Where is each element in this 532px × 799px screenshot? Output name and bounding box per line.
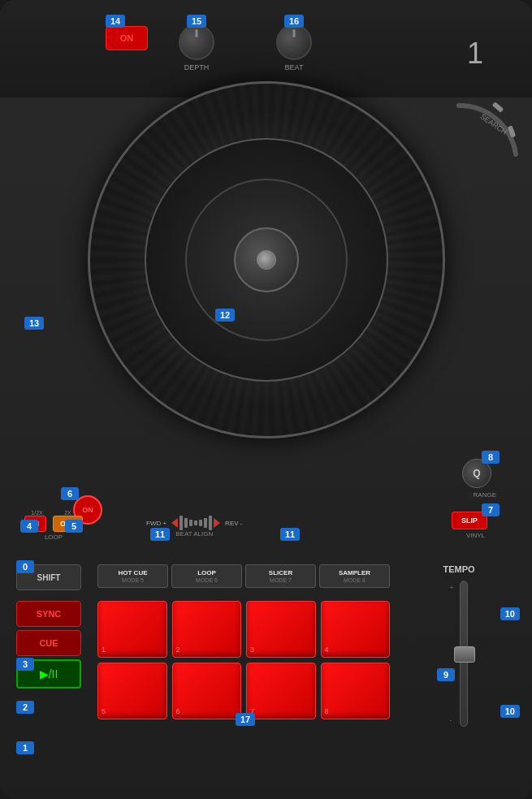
loop-controls: 1/2X IN 2X OUT LOOP <box>24 510 83 541</box>
play-button[interactable]: ▶/II <box>16 659 81 689</box>
slicer-label: SLICER <box>249 569 312 577</box>
jog-outer-ring[interactable] <box>88 81 445 438</box>
beat-align-bars <box>171 516 220 530</box>
loop-out-label: OUT <box>60 520 76 528</box>
pad-7-number: 7 <box>250 707 254 715</box>
beat-align-left-arrow[interactable] <box>171 518 178 528</box>
play-label: ▶/II <box>40 667 58 680</box>
depth-knob[interactable] <box>179 24 214 60</box>
fx-on-label: ON <box>120 33 134 43</box>
slip-label: SLIP <box>461 516 478 525</box>
loop-mode-label: LOOP <box>175 569 238 577</box>
pad-3[interactable]: 3 <box>246 601 316 658</box>
sampler-label: SAMPLER <box>323 569 386 577</box>
jog-inner-ring <box>185 179 348 341</box>
channel-number: 1 <box>467 37 483 71</box>
on-loop-label: ON <box>82 506 93 514</box>
pad-3-number: 3 <box>250 646 254 654</box>
hot-cue-sub: MODE 5 <box>102 577 164 583</box>
loop-out-half: 2X OUT <box>53 510 83 532</box>
tempo-minus-mark: - <box>450 716 454 723</box>
loop-label: LOOP <box>24 533 83 541</box>
badge-6: 6 <box>61 487 79 500</box>
loop-mode-button[interactable]: LOOP MODE 6 <box>171 564 242 588</box>
sync-label: SYNC <box>37 609 62 619</box>
tempo-section: TEMPO + - <box>402 564 516 727</box>
jog-center-dot <box>257 250 276 270</box>
beat-knob-container: BEAT <box>276 24 312 71</box>
depth-knob-label: DEPTH <box>184 63 210 71</box>
tempo-marks: + - <box>450 581 454 727</box>
q-range-button[interactable]: Q <box>462 459 491 488</box>
tempo-label: TEMPO <box>402 564 516 574</box>
pad-8-number: 8 <box>325 707 329 715</box>
pad-2-number: 2 <box>176 646 180 654</box>
cue-button[interactable]: CUE <box>16 630 81 656</box>
pad-5-number: 5 <box>102 707 106 715</box>
range-label: RANGE <box>474 491 496 499</box>
loop-in-label: IN <box>32 520 39 528</box>
pad-1[interactable]: 1 <box>97 601 167 658</box>
loop-double-label: 2X <box>64 510 71 516</box>
tempo-slider-thumb[interactable] <box>454 646 475 663</box>
pad-8[interactable]: 8 <box>321 663 391 719</box>
pad-2[interactable]: 2 <box>172 601 242 658</box>
loop-in-button[interactable]: IN <box>24 516 46 532</box>
pad-7[interactable]: 7 <box>246 663 316 719</box>
tempo-slider-track[interactable] <box>460 581 468 727</box>
tempo-plus-mark: + <box>450 584 454 591</box>
svg-rect-1 <box>492 101 504 113</box>
shift-button[interactable]: SHIFT <box>16 564 81 590</box>
beat-align-right-arrow[interactable] <box>214 518 220 528</box>
fwd-label: FWD + <box>146 520 167 527</box>
loop-half-label: 1/2X <box>31 510 42 516</box>
jog-middle <box>145 138 388 382</box>
sampler-mode-button[interactable]: SAMPLER MODE 8 <box>319 564 390 588</box>
tempo-slider-container: + - <box>402 581 516 727</box>
transport-section: SYNC CUE ▶/II <box>16 601 81 689</box>
jog-section <box>88 81 445 438</box>
slicer-sub: MODE 7 <box>249 577 312 583</box>
loop-in-half: 1/2X IN <box>24 510 50 532</box>
shift-label: SHIFT <box>37 573 61 582</box>
loop-out-button[interactable]: OUT <box>53 516 83 532</box>
jog-center[interactable] <box>234 227 299 292</box>
slicer-mode-button[interactable]: SLICER MODE 7 <box>245 564 316 588</box>
pad-6-number: 6 <box>176 707 180 715</box>
beat-knob[interactable] <box>276 24 312 60</box>
pad-1-number: 1 <box>102 646 106 654</box>
badge-11-right: 11 <box>280 528 300 541</box>
depth-knob-container: DEPTH <box>179 24 214 71</box>
sync-button[interactable]: SYNC <box>16 601 81 627</box>
fx-label: FX <box>114 15 124 24</box>
sampler-sub: MODE 8 <box>323 577 386 583</box>
dj-controller: FX ON DEPTH BEAT 1 SEARCH <box>0 0 532 799</box>
beat-align-label: BEAT ALIGN <box>146 530 242 538</box>
pad-grid: 1 2 3 4 5 6 7 8 <box>97 601 390 719</box>
pad-4[interactable]: 4 <box>321 601 391 658</box>
pad-4-number: 4 <box>325 646 329 654</box>
hot-cue-mode-button[interactable]: HOT CUE MODE 5 <box>97 564 168 588</box>
mode-buttons-row: HOT CUE MODE 5 LOOP MODE 6 SLICER MODE 7… <box>97 564 390 588</box>
badge-1: 1 <box>16 741 34 754</box>
pad-5[interactable]: 5 <box>97 663 167 719</box>
badge-13: 13 <box>24 317 44 330</box>
pad-6[interactable]: 6 <box>172 663 242 719</box>
badge-2: 2 <box>16 701 34 714</box>
loop-mode-sub: MODE 6 <box>175 577 238 583</box>
rev-label: REV - <box>225 520 242 527</box>
beat-align-section: FWD + REV - BEAT ALIGN <box>146 516 242 538</box>
slip-vinyl-button[interactable]: SLIP <box>452 512 487 529</box>
beat-knob-label: BEAT <box>285 63 304 71</box>
fx-on-button[interactable]: ON <box>106 26 148 50</box>
q-range-label: Q <box>473 468 480 479</box>
hot-cue-label: HOT CUE <box>102 569 164 577</box>
vinyl-label: VINYL <box>466 532 485 539</box>
cue-label: CUE <box>39 638 58 648</box>
